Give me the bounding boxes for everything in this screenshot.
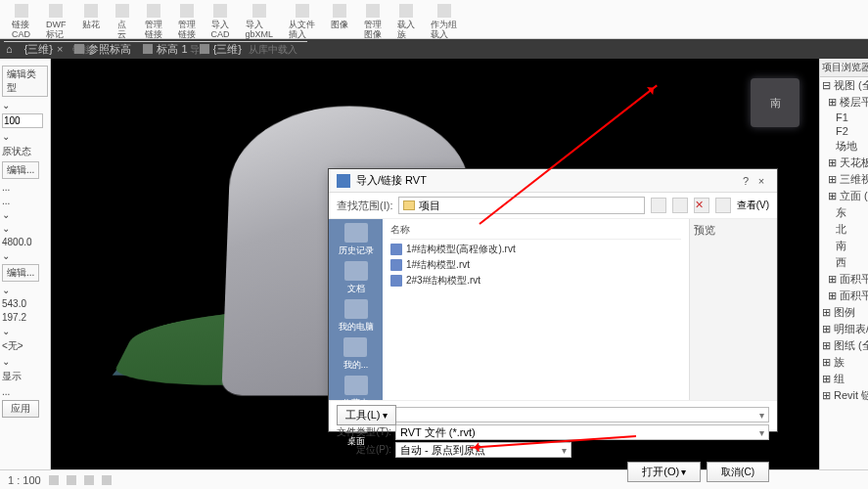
place-item[interactable]: 历史记录: [339, 223, 374, 257]
column-name[interactable]: 名称: [390, 223, 681, 240]
file-item[interactable]: 2#3#结构模型.rvt: [390, 273, 681, 289]
file-item[interactable]: 1#结构模型.rvt: [390, 257, 681, 273]
up-button[interactable]: [672, 198, 688, 213]
place-item[interactable]: 文档: [344, 261, 368, 295]
position-combo[interactable]: 自动 - 原点到原点: [395, 442, 571, 458]
dialog-title: 导入/链接 RVT: [356, 173, 427, 188]
none-value: <无>: [2, 339, 48, 353]
tree-item[interactable]: ⊞ 天花板: [820, 155, 868, 171]
status-icon[interactable]: [84, 475, 94, 485]
tree-item[interactable]: ⊞ 面积平面: [820, 288, 868, 304]
preview-pane: 预览: [689, 219, 777, 400]
close-button[interactable]: ×: [754, 175, 769, 187]
dialog-titlebar[interactable]: 导入/链接 RVT ? ×: [329, 169, 777, 193]
ribbon-button[interactable]: 图像: [323, 2, 356, 41]
tree-item[interactable]: F2: [820, 124, 868, 138]
tree-item[interactable]: 场地: [820, 138, 868, 155]
close-icon[interactable]: ×: [57, 43, 63, 55]
ribbon-button[interactable]: 载入 族: [389, 2, 423, 41]
tree-item[interactable]: ⊞ 三维视图: [820, 171, 868, 188]
tab-3d-2[interactable]: {三维}: [200, 42, 242, 57]
tree-item[interactable]: 北: [820, 221, 868, 238]
tree-item[interactable]: 东: [820, 204, 868, 221]
tab-level1[interactable]: 标高 1: [143, 42, 187, 57]
expand-icon[interactable]: ⌄: [2, 100, 48, 111]
status-icon[interactable]: [102, 475, 112, 485]
tree-root[interactable]: ⊟ 视图 (全: [820, 77, 868, 94]
value-197: 197.2: [2, 312, 48, 323]
ribbon-button[interactable]: 管理 图像: [356, 2, 389, 41]
properties-panel: 编辑类型 ⌄ ⌄ 原状态 编辑... ... ... ⌄ ⌄ 4800.0 ⌄ …: [0, 59, 51, 469]
file-list[interactable]: 名称 1#结构模型(高程修改).rvt1#结构模型.rvt2#3#结构模型.rv…: [383, 219, 689, 400]
orig-state-label: 原状态: [2, 145, 48, 158]
project-browser: 项目浏览器 - 场 ⊟ 视图 (全 ⊞ 楼层平面F1F2场地⊞ 天花板⊞ 三维视…: [819, 59, 868, 469]
cancel-button[interactable]: 取消(C): [707, 462, 769, 482]
ribbon-button[interactable]: 点 云: [108, 2, 137, 41]
apply-button[interactable]: 应用: [2, 400, 39, 418]
tree-item[interactable]: ⊞ 族: [820, 354, 868, 371]
ribbon-button[interactable]: 导入 gbXML: [238, 2, 282, 41]
ribbon-button[interactable]: 管理 链接: [137, 2, 170, 41]
back-button[interactable]: [651, 198, 666, 213]
tree-item[interactable]: ⊞ Revit 链接: [820, 387, 868, 404]
tree-item[interactable]: ⊞ 图纸 (全: [820, 337, 868, 354]
tree-item[interactable]: ⊞ 面积平面: [820, 271, 868, 288]
open-button[interactable]: 打开(O) ▾: [627, 462, 701, 482]
ribbon-button[interactable]: 作为组 载入: [423, 2, 465, 41]
places-sidebar: 历史记录文档我的电脑我的...收藏夹桌面: [329, 219, 383, 400]
tools-button[interactable]: 工具(L) ▾: [337, 405, 396, 425]
place-item[interactable]: 我的...: [343, 337, 369, 372]
place-item[interactable]: 我的电脑: [339, 299, 374, 333]
tree-item[interactable]: ⊞ 楼层平面: [820, 94, 868, 111]
newfolder-button[interactable]: [715, 198, 731, 213]
value-4800: 4800.0: [2, 237, 48, 247]
import-link-rvt-dialog: 导入/链接 RVT ? × 查找范围(I): 项目 ✕ 查看(V) 历史记录文档…: [328, 168, 778, 432]
ribbon-button[interactable]: DWF 标记: [38, 2, 74, 41]
tab-ref-level[interactable]: 参照标高: [74, 42, 131, 57]
tab-3d-active[interactable]: {三维} ×: [24, 42, 64, 57]
ribbon-button[interactable]: 管理 链接: [170, 2, 204, 41]
browser-title: 项目浏览器 - 场: [820, 59, 868, 77]
ribbon-button[interactable]: 从文件 插入: [281, 2, 323, 41]
home-icon[interactable]: ⌂: [6, 43, 13, 55]
scale-display[interactable]: 1 : 100: [8, 474, 41, 486]
viewcube[interactable]: 南: [751, 78, 799, 127]
views-button[interactable]: 查看(V): [737, 199, 769, 212]
tree-item[interactable]: ⊞ 图例: [820, 304, 868, 321]
edit-type-button[interactable]: 编辑类型: [2, 66, 48, 97]
tree-item[interactable]: 西: [820, 254, 868, 271]
tree-item[interactable]: 南: [820, 238, 868, 254]
ribbon: 链接 CADDWF 标记贴花点 云管理 链接管理 链接导入 CAD导入 gbXM…: [0, 0, 868, 39]
revit-icon: [337, 174, 350, 188]
position-label: 定位(P):: [337, 443, 391, 457]
tree-item[interactable]: ⊞ 立面 (建: [820, 188, 868, 204]
value-543: 543.0: [2, 298, 48, 309]
filetype-label: 文件类型(T):: [337, 425, 391, 439]
display-label: 显示: [2, 370, 48, 383]
tree-item[interactable]: ⊞ 明细表/数: [820, 321, 868, 337]
ribbon-button[interactable]: 导入 CAD: [204, 2, 238, 41]
rvt-file-icon: [390, 244, 402, 255]
rvt-file-icon: [390, 275, 402, 287]
delete-button[interactable]: ✕: [694, 198, 709, 213]
folder-icon: [403, 200, 415, 210]
filename-input[interactable]: [395, 407, 769, 422]
scale-input[interactable]: [2, 113, 43, 128]
ribbon-button[interactable]: 贴花: [74, 2, 108, 41]
tree-item[interactable]: ⊞ 组: [820, 371, 868, 387]
rvt-file-icon: [390, 259, 402, 271]
status-icon[interactable]: [49, 475, 59, 485]
ribbon-group-library: 从库中载入: [239, 41, 307, 58]
tree-item[interactable]: F1: [820, 111, 868, 124]
filetype-combo[interactable]: RVT 文件 (*.rvt): [395, 424, 769, 440]
ribbon-button[interactable]: 链接 CAD: [4, 2, 38, 41]
edit-button-2[interactable]: 编辑...: [2, 264, 39, 282]
help-button[interactable]: ?: [738, 175, 754, 187]
lookin-label: 查找范围(I):: [337, 199, 392, 213]
edit-button[interactable]: 编辑...: [2, 161, 39, 179]
lookin-combo[interactable]: 项目: [398, 197, 644, 214]
status-icon[interactable]: [67, 475, 76, 485]
file-item[interactable]: 1#结构模型(高程修改).rvt: [390, 242, 681, 257]
